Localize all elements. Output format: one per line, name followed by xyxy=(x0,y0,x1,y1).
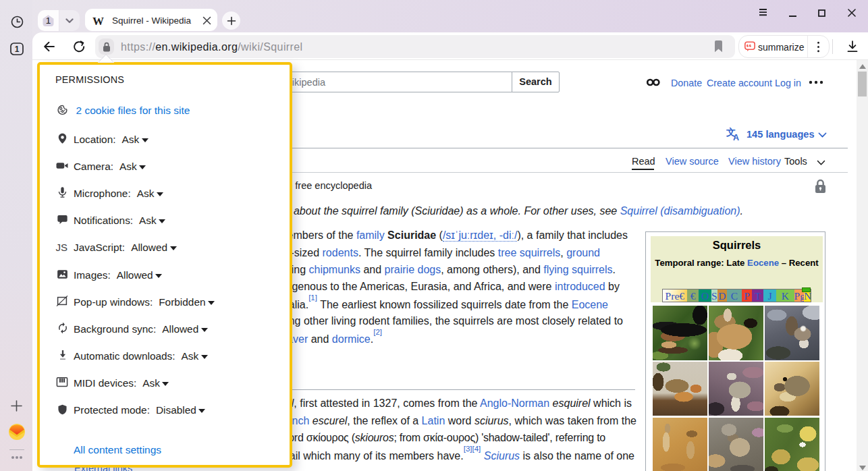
svg-text:A: A xyxy=(733,133,739,141)
svg-text:1: 1 xyxy=(45,16,51,26)
svg-text:1: 1 xyxy=(15,45,20,54)
